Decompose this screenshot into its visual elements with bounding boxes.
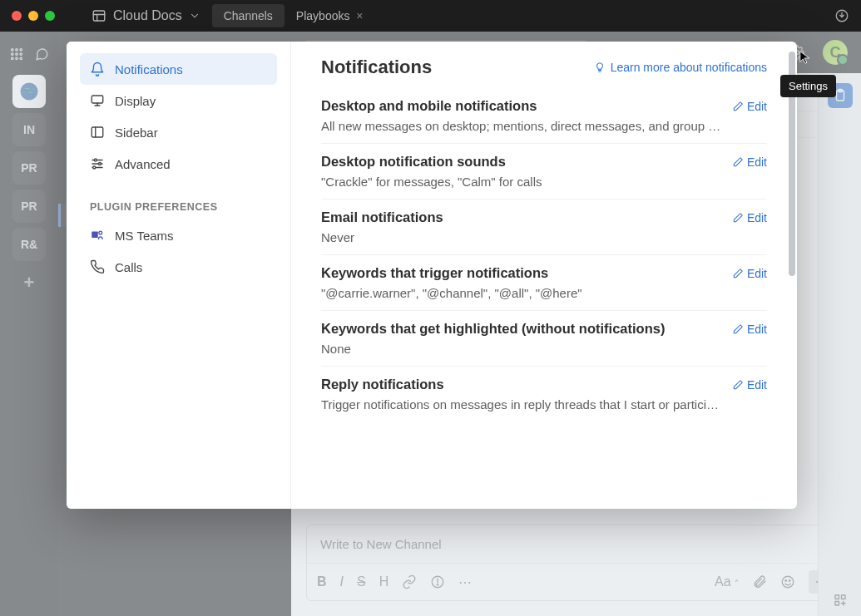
setting-title: Desktop and mobile notifications: [321, 98, 537, 114]
setting-title: Keywords that get highlighted (without n…: [321, 321, 665, 337]
pencil-icon: [732, 212, 744, 224]
modal-scrollbar[interactable]: [787, 52, 797, 499]
edit-label: Edit: [747, 211, 767, 224]
setting-row: Reply notifications Edit Trigger notific…: [321, 367, 767, 421]
settings-title: Notifications: [321, 57, 432, 78]
edit-button[interactable]: Edit: [732, 211, 767, 224]
pencil-icon: [732, 156, 744, 168]
chevron-down-icon: [189, 10, 200, 22]
setting-description: "@carrie.warner", "@channel", "@all", "@…: [321, 286, 754, 300]
nav-label: Sidebar: [115, 126, 158, 140]
nav-label: Advanced: [115, 157, 171, 171]
svg-point-67: [99, 231, 102, 234]
edit-label: Edit: [747, 267, 767, 280]
window-close[interactable]: [12, 11, 22, 21]
setting-row: Desktop and mobile notifications Edit Al…: [321, 88, 767, 144]
nav-label: Display: [115, 94, 156, 108]
sliders-icon: [90, 156, 105, 171]
layout-icon: [92, 8, 106, 23]
nav-notifications[interactable]: Notifications: [80, 53, 277, 85]
nav-sidebar[interactable]: Sidebar: [80, 116, 277, 148]
pencil-icon: [732, 323, 744, 335]
window-controls: [0, 11, 55, 21]
setting-description: Never: [321, 230, 754, 244]
learn-more-label: Learn more about notifications: [611, 61, 767, 74]
edit-button[interactable]: Edit: [732, 100, 767, 113]
svg-text:T: T: [93, 233, 96, 238]
setting-description: "Crackle" for messages, "Calm" for calls: [321, 175, 754, 189]
phone-icon: [90, 259, 105, 274]
window-titlebar: Cloud Docs Channels Playbooks ×: [0, 0, 861, 32]
edit-label: Edit: [747, 323, 767, 336]
pencil-icon: [732, 268, 744, 279]
setting-title: Desktop notification sounds: [321, 154, 506, 170]
nav-label: Notifications: [115, 62, 183, 76]
window-zoom[interactable]: [45, 11, 55, 21]
pencil-icon: [732, 101, 744, 112]
window-minimize[interactable]: [28, 11, 38, 21]
edit-label: Edit: [747, 100, 767, 113]
lightbulb-icon: [594, 62, 606, 73]
nav-section-header: PLUGIN PREFERENCES: [80, 195, 277, 219]
setting-row: Email notifications Edit Never: [321, 200, 767, 255]
edit-label: Edit: [747, 155, 767, 169]
settings-modal: Notifications Display Sidebar Advanced P…: [67, 42, 797, 509]
edit-button[interactable]: Edit: [732, 155, 767, 169]
svg-rect-54: [92, 96, 103, 103]
nav-label: Calls: [115, 260, 142, 274]
setting-description: All new messages on desktop; mentions, d…: [321, 119, 754, 133]
bell-icon: [90, 62, 105, 76]
svg-point-63: [99, 163, 101, 165]
setting-description: None: [321, 342, 754, 356]
edit-button[interactable]: Edit: [732, 267, 767, 280]
pencil-icon: [732, 379, 744, 391]
learn-more-link[interactable]: Learn more about notifications: [594, 61, 767, 74]
setting-title: Email notifications: [321, 209, 443, 225]
msteams-icon: T: [90, 228, 105, 243]
settings-nav: Notifications Display Sidebar Advanced P…: [67, 42, 291, 509]
tooltip-label: Settings: [789, 80, 828, 92]
sidebar-icon: [90, 125, 105, 140]
workspace-selector[interactable]: Cloud Docs: [80, 0, 212, 32]
setting-row: Keywords that get highlighted (without n…: [321, 311, 767, 367]
setting-row: Keywords that trigger notifications Edit…: [321, 255, 767, 311]
title-right: [834, 8, 849, 23]
setting-title: Keywords that trigger notifications: [321, 265, 548, 281]
setting-title: Reply notifications: [321, 377, 444, 392]
download-icon[interactable]: [834, 8, 849, 23]
title-tab-label: Playbooks: [296, 9, 350, 22]
nav-calls[interactable]: Calls: [80, 251, 277, 283]
nav-label: MS Teams: [115, 229, 174, 243]
edit-label: Edit: [747, 378, 767, 392]
edit-button[interactable]: Edit: [732, 323, 767, 336]
settings-tooltip: Settings: [780, 75, 836, 97]
settings-content: Notifications Learn more about notificat…: [291, 42, 797, 509]
tab-close-icon[interactable]: ×: [356, 9, 363, 22]
setting-row: Desktop notification sounds Edit "Crackl…: [321, 144, 767, 200]
svg-point-62: [94, 159, 96, 161]
setting-description: Trigger notifications on messages in rep…: [321, 397, 754, 411]
monitor-icon: [90, 93, 105, 108]
title-tab-label: Channels: [224, 9, 273, 22]
workspace-name: Cloud Docs: [113, 8, 182, 23]
title-tab-playbooks[interactable]: Playbooks ×: [285, 4, 375, 27]
nav-display[interactable]: Display: [80, 85, 277, 116]
svg-point-64: [93, 166, 96, 169]
title-tab-channels[interactable]: Channels: [212, 4, 285, 27]
edit-button[interactable]: Edit: [732, 378, 767, 392]
nav-msteams[interactable]: T MS Teams: [80, 219, 277, 251]
svg-rect-0: [93, 11, 105, 21]
nav-advanced[interactable]: Advanced: [80, 148, 277, 180]
svg-rect-57: [92, 127, 103, 137]
